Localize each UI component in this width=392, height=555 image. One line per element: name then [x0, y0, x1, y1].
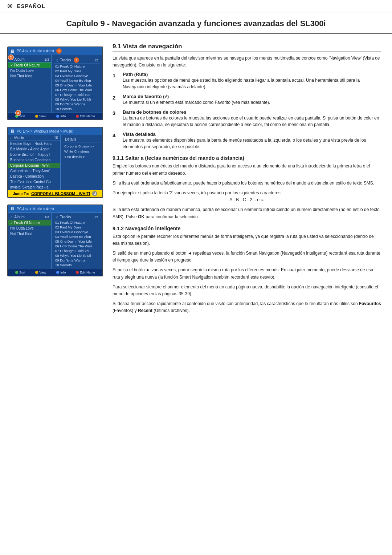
section912-para4: Para seleccionar siempre el primer eleme… — [113, 284, 381, 297]
right-column: 9.1 Vista de navegación La vista que apa… — [109, 39, 392, 325]
track-7: 07 I Thought I Told You — [54, 92, 100, 97]
screen1-container: 🖥 PC-link > Music > Artist 1 ♫ Album 1/3 — [7, 46, 103, 120]
s2-item-9: Invisibl Skratch Piklz - a — [8, 185, 60, 190]
s3-album-spacer — [8, 236, 51, 247]
s2-item-8: The Evolution Control Co — [8, 179, 60, 185]
s2-item-2: Biz Markie - Alone Again — [8, 146, 60, 152]
list-desc-2: Le muestra si un elemento está marcado c… — [123, 99, 270, 106]
section91-title: 9.1 Vista de navegación — [113, 43, 381, 52]
section911-para3: Si la lista está ordenada de manera numé… — [113, 206, 381, 220]
s3-red-dot — [76, 271, 79, 274]
screen1-albums: ♫ Album 1/3 ✓Freak Of Nature I'm Outta L… — [8, 55, 52, 113]
section911-example: Por ejemplo: si pulsa la tecla '2' varia… — [113, 190, 381, 203]
music-icon3: ♫ — [10, 136, 13, 140]
screen3-body: ♫ Album 1/3 ✓Freak Of Nature I'm Outta L… — [8, 213, 102, 269]
s2-item-1: Beastie Boys - Rock Harc — [8, 141, 60, 146]
screen2: 🖥 PC Link > Windows Media > Music ♫ Musi… — [7, 127, 103, 198]
screen3-topbar: 🖥 PC-link > Music > Artist — [8, 205, 102, 213]
list-num-1: 1 — [113, 72, 121, 79]
list-desc-4: Le muestra los elementos disponibles par… — [123, 137, 381, 150]
screen3-breadcrumb: PC-link > Music > Artist — [17, 207, 54, 211]
ok-bold: OK — [138, 214, 144, 219]
screen2-music-header: ♫ Music 10 — [8, 135, 60, 141]
section911-title: 9.1.1 Saltar a (teclas numéricas del man… — [113, 155, 381, 161]
jump-to-label: Jump To: — [13, 192, 29, 196]
screen2-details-header: Details — [63, 137, 100, 142]
s3-info-btn: Info — [56, 271, 66, 274]
s3-track-9: 09 Don'tcha Wanna — [54, 258, 100, 263]
screen2-left: ♫ Music 10 Beastie Boys - Rock Harc Biz … — [8, 135, 61, 190]
s3-yellow-dot — [35, 271, 38, 274]
blue-dot — [56, 115, 59, 118]
list-item-3: 3 Barra de botones de colores La barra d… — [113, 109, 381, 128]
track-8: 08 Why'd You Lie To Mi — [54, 97, 100, 102]
screen1: 🖥 PC-link > Music > Artist 1 ♫ Album 1/3 — [7, 46, 103, 120]
screen1-breadcrumb: PC-link > Music > Artist — [17, 49, 54, 53]
s3-album-3: Not That Kind — [8, 231, 51, 236]
list-label-3: Barra de botones de colores — [123, 109, 381, 115]
section911-para1: Emplee los botones numéricos del mando a… — [113, 163, 381, 177]
annotation-2: 2 — [8, 54, 14, 60]
screen1-body: ♫ Album 1/3 ✓Freak Of Nature I'm Outta L… — [8, 55, 102, 113]
s3-track-4: 04 You'll Never Be Alon — [54, 234, 100, 239]
list-label-4: Vista detallada — [123, 131, 381, 137]
editname-btn: Edit Name — [76, 114, 95, 118]
list-desc-1: Las muestra las opciones de menú que ust… — [123, 77, 381, 90]
checkmark-icon2: ✓ — [10, 221, 13, 225]
para5-post: (Últimos archivos). — [152, 308, 190, 313]
screen1-tracks: ♫ Tracks 4 12 01 Freak Of Nature 02 Paid… — [52, 55, 102, 113]
track-10: 10 Secrets — [54, 106, 100, 111]
screen2-details-text: Corporal Blossom - White Christmas < no … — [63, 142, 100, 161]
screen1-album-header: ♫ Album 1/3 — [8, 57, 51, 62]
tracks-badge: 4 — [74, 57, 79, 63]
track-6: 06 How Come The Worl — [54, 88, 100, 92]
jump-arrow-icon: ↺ — [92, 191, 97, 196]
track-2: 02 Paid My Dues — [54, 69, 100, 73]
s3-green-dot — [15, 271, 18, 274]
track-1: 01 Freak Of Nature — [54, 64, 100, 69]
track-4: 04 You'll Never Be Alon — [54, 78, 100, 83]
album-item-2: I'm Outta Love — [8, 68, 51, 73]
list-content-1: Path (Ruta) Las muestra las opciones de … — [123, 72, 381, 90]
track-5: 05 One Day In Your Life — [54, 83, 100, 88]
jump-to-text: CORPORAL BLOSSOM - WHITI — [31, 191, 90, 196]
section912-title: 9.1.2 Navegación inteligente — [113, 226, 381, 231]
s2-item-3: Boone Bischoff - Happy I — [8, 152, 60, 157]
track-3: 03 Overdue Goodbye — [54, 73, 100, 78]
screen1-topbar: 🖥 PC-link > Music > Artist 1 — [8, 47, 102, 55]
list-item-2: 2 Marca de favorito (√) Le muestra si un… — [113, 94, 381, 106]
s3-track-7: 07 I Thought I Told You — [54, 248, 100, 253]
music-icon2: ♫ — [56, 58, 59, 62]
screen2-jumpbar: Jump To: CORPORAL BLOSSOM - WHITI ↺ — [8, 190, 102, 197]
album-item-1: ✓Freak Of Nature — [8, 62, 51, 68]
list-item-4: 4 Vista detallada Le muestra los element… — [113, 131, 381, 150]
list-num-3: 3 — [113, 109, 121, 117]
screen2-body: ♫ Music 10 Beastie Boys - Rock Harc Biz … — [8, 135, 102, 190]
page-number: 30 — [7, 3, 12, 9]
s3-view-btn: View — [35, 271, 46, 274]
screen3-tracks-header: ♫ Tracks 12 — [54, 214, 100, 220]
s2-item-6: Cultureicide - They Aren' — [8, 168, 60, 174]
list-num-4: 4 — [113, 131, 121, 139]
section912-para3: Si pulsa el botón ► varias veces, podrá … — [113, 267, 381, 280]
red-dot — [76, 115, 79, 118]
s3-track-3: 03 Overdue Goodbye — [54, 230, 100, 234]
s2-item-4: Buchanan and Goodman — [8, 157, 60, 163]
s3-track-8: 08 Why'd You Lie To Mi — [54, 253, 100, 258]
view-btn: View — [35, 114, 46, 118]
screen2-topbar: 🖥 PC Link > Windows Media > Music — [8, 127, 102, 135]
album-item-3: Not That Kind — [8, 73, 51, 79]
s3-blue-dot — [56, 271, 59, 274]
s3-track-2: 02 Paid My Dues — [54, 225, 100, 230]
section912-para2: Si salió de un menú pulsando el botón ◄ … — [113, 250, 381, 264]
s3-album-2: I'm Outta Love — [8, 226, 51, 231]
screen3-tracks: ♫ Tracks 12 01 Freak Of Nature 02 Paid M… — [52, 213, 102, 269]
section91-intro: La vista que aparece en la pantalla del … — [113, 55, 381, 69]
section912-para1: Esta opción le permite recorrer los dife… — [113, 233, 381, 247]
screen1-badge: 1 — [56, 48, 62, 54]
screen1-bottombar: Sort View Info Edit Name — [8, 113, 102, 119]
music-icon4: ♫ — [10, 215, 13, 219]
yellow-dot — [35, 115, 38, 118]
page-header: 30 ESPAÑOL — [0, 0, 392, 12]
s3-track-10: 10 Secrets — [54, 263, 100, 267]
